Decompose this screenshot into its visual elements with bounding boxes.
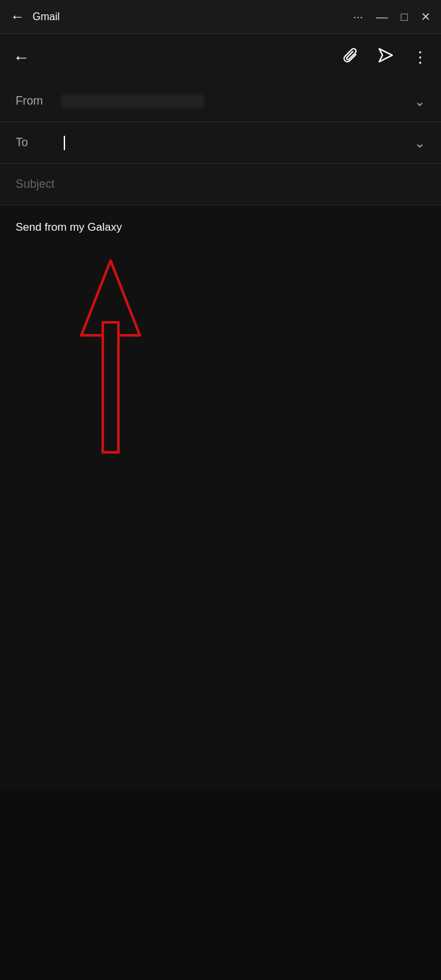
send-icon[interactable] [377, 47, 394, 68]
from-value [61, 94, 414, 109]
toolbar-left: ← [13, 47, 30, 68]
compose-toolbar: ← ⋮ [0, 34, 441, 81]
window-close-button[interactable]: ✕ [421, 11, 431, 23]
window-maximize-button[interactable]: □ [401, 11, 408, 23]
to-chevron-icon[interactable]: ⌄ [414, 135, 425, 151]
to-value[interactable] [61, 136, 414, 150]
window-minimize-button[interactable]: — [376, 11, 388, 23]
toolbar-right: ⋮ [342, 47, 428, 68]
text-cursor [64, 136, 65, 150]
title-bar: ← Gmail ··· — □ ✕ [0, 0, 441, 34]
title-bar-back-button[interactable]: ← [10, 10, 25, 24]
from-label: From [16, 94, 61, 108]
svg-marker-0 [379, 49, 392, 62]
to-label: To [16, 136, 61, 149]
svg-rect-1 [103, 322, 118, 452]
from-email-redacted [61, 94, 204, 109]
title-bar-title: Gmail [33, 11, 353, 23]
to-field-row[interactable]: To ⌄ [0, 122, 441, 164]
subject-placeholder[interactable]: Subject [16, 177, 55, 191]
window-more-button[interactable]: ··· [353, 11, 363, 23]
svg-marker-2 [81, 261, 140, 335]
window-controls: ··· — □ ✕ [353, 11, 431, 23]
red-arrow-svg [78, 257, 143, 472]
signature-text: Send from my Galaxy [16, 221, 425, 234]
annotation-arrow [78, 257, 143, 472]
back-button[interactable]: ← [13, 47, 30, 68]
compose-body[interactable]: Send from my Galaxy [0, 205, 441, 790]
from-field-row: From ⌄ [0, 81, 441, 122]
attach-icon[interactable] [342, 47, 359, 68]
subject-field-row[interactable]: Subject [0, 164, 441, 205]
more-options-icon[interactable]: ⋮ [412, 48, 428, 66]
from-chevron-icon[interactable]: ⌄ [414, 94, 425, 109]
